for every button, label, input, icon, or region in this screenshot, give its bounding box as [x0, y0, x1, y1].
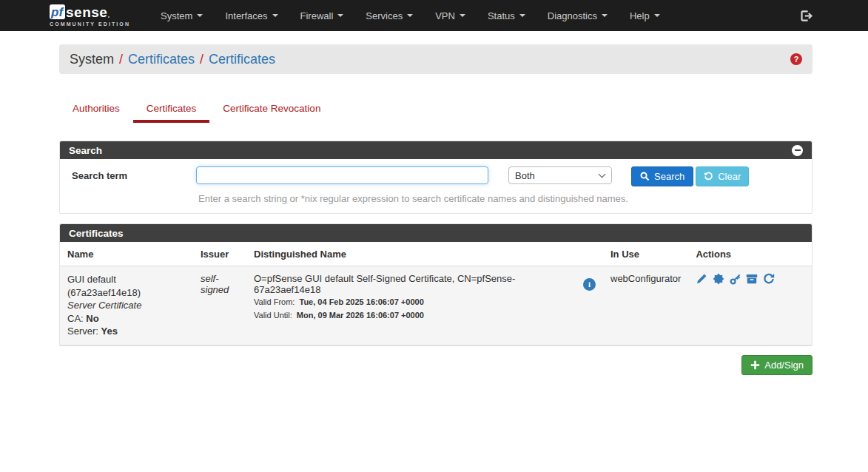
nav-item-firewall[interactable]: Firewall	[289, 0, 355, 31]
search-help-text: Enter a search string or *nix regular ex…	[196, 186, 801, 213]
nav-item-diagnostics[interactable]: Diagnostics	[536, 0, 619, 31]
export-certificate-button[interactable]	[713, 273, 724, 285]
col-issuer: Issuer	[193, 242, 246, 266]
caret-down-icon	[337, 14, 343, 17]
breadcrumb-separator: /	[119, 52, 123, 67]
add-button-row: Add/Sign	[59, 355, 813, 375]
search-panel-title: Search	[69, 145, 102, 156]
breadcrumb: System / Certificates / Certificates ?	[59, 44, 813, 74]
sign-out-icon	[800, 10, 813, 22]
caret-down-icon	[197, 14, 203, 17]
nav-item-interfaces[interactable]: Interfaces	[214, 0, 289, 31]
cell-dn: O=pfSense GUI default Self-Signed Certif…	[246, 266, 603, 345]
search-term-label: Search term	[72, 166, 196, 181]
nav-menu: System Interfaces Firewall Services VPN …	[149, 0, 813, 31]
certificates-table: Name Issuer Distinguished Name In Use Ac…	[60, 242, 812, 345]
col-inuse: In Use	[603, 242, 688, 266]
logo-edition: COMMUNITY EDITION	[50, 21, 130, 27]
breadcrumb-separator: /	[200, 52, 203, 67]
clear-button[interactable]: Clear	[696, 166, 749, 186]
col-actions: Actions	[688, 242, 812, 266]
rotate-right-icon	[763, 273, 775, 285]
valid-from-line: Valid From: Tue, 04 Feb 2025 16:06:07 +0…	[254, 295, 596, 309]
caret-down-icon	[519, 14, 525, 17]
search-type-select[interactable]: Both	[508, 166, 612, 184]
caret-down-icon	[407, 14, 413, 17]
table-header-row: Name Issuer Distinguished Name In Use Ac…	[60, 242, 812, 266]
plus-icon	[750, 360, 760, 370]
export-p12-button[interactable]	[746, 273, 758, 285]
renew-certificate-button[interactable]	[763, 273, 775, 285]
cell-in-use: webConfigurator	[603, 266, 688, 345]
top-navbar: pf sense COMMUNITY EDITION System Interf…	[0, 0, 868, 31]
tab-authorities[interactable]: Authorities	[59, 96, 133, 123]
cell-actions	[688, 266, 812, 345]
col-dn: Distinguished Name	[246, 242, 603, 266]
certificate-seal-icon	[713, 273, 724, 285]
search-panel: Search Search term Both Search	[59, 141, 813, 214]
minus-circle-icon[interactable]	[792, 145, 803, 156]
logo-sense: sense	[66, 5, 107, 19]
search-panel-header: Search	[60, 141, 812, 159]
info-circle-icon[interactable]: i	[583, 278, 596, 291]
nav-item-help[interactable]: Help	[619, 0, 671, 31]
nav-item-status[interactable]: Status	[477, 0, 536, 31]
pfsense-logo[interactable]: pf sense COMMUNITY EDITION	[50, 4, 130, 27]
cell-name: GUI default (67a23aef14e18) Server Certi…	[60, 266, 193, 345]
certificates-panel: Certificates Name Issuer Distinguished N…	[59, 223, 813, 346]
archive-box-icon	[746, 273, 758, 285]
caret-down-icon	[654, 14, 660, 17]
valid-until-line: Valid Until: Mon, 09 Mar 2026 16:06:07 +…	[254, 309, 596, 322]
tab-bar: Authorities Certificates Certificate Rev…	[59, 96, 813, 123]
table-row: GUI default (67a23aef14e18) Server Certi…	[60, 266, 812, 345]
edit-certificate-button[interactable]	[696, 273, 707, 285]
search-type-select-wrap: Both	[508, 166, 612, 184]
cert-ca-line: CA: No	[67, 312, 186, 326]
question-circle-icon[interactable]: ?	[790, 53, 802, 65]
breadcrumb-root: System	[70, 52, 114, 67]
search-button[interactable]: Search	[631, 166, 693, 186]
col-name: Name	[60, 242, 193, 266]
certificates-panel-header: Certificates	[60, 224, 812, 242]
cert-name: GUI default (67a23aef14e18)	[67, 273, 186, 299]
cert-server-line: Server: Yes	[67, 325, 186, 338]
magnifier-icon	[640, 172, 650, 181]
logout-button[interactable]	[800, 10, 813, 22]
cell-issuer: self-signed	[193, 266, 246, 345]
caret-down-icon	[602, 14, 608, 17]
add-sign-button[interactable]: Add/Sign	[741, 355, 813, 375]
tab-certificate-revocation[interactable]: Certificate Revocation	[209, 96, 334, 123]
tab-certificates[interactable]: Certificates	[133, 96, 210, 123]
search-panel-body: Search term Both Search C	[60, 159, 812, 213]
export-key-button[interactable]	[730, 273, 741, 285]
caret-down-icon	[460, 14, 465, 17]
certificates-panel-title: Certificates	[69, 228, 124, 239]
logo-trademark-dot	[108, 16, 110, 18]
breadcrumb-link-certificates-page[interactable]: Certificates	[209, 52, 275, 67]
nav-item-vpn[interactable]: VPN	[424, 0, 477, 31]
nav-item-system[interactable]: System	[149, 0, 214, 31]
key-icon	[730, 273, 741, 285]
caret-down-icon	[272, 14, 278, 17]
cert-dn-text: O=pfSense GUI default Self-Signed Certif…	[254, 273, 574, 295]
undo-icon	[704, 172, 713, 181]
pencil-icon	[696, 273, 707, 285]
breadcrumb-link-certificates[interactable]: Certificates	[128, 52, 195, 67]
search-input[interactable]	[196, 166, 488, 184]
nav-item-services[interactable]: Services	[354, 0, 424, 31]
cert-type: Server Certificate	[67, 299, 186, 312]
logo-pf: pf	[50, 4, 65, 19]
